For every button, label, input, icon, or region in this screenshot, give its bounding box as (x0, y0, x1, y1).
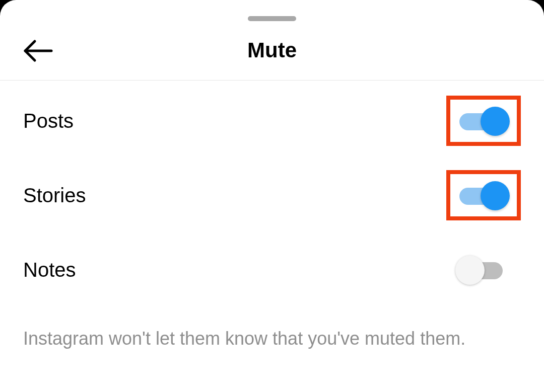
toggle-thumb (455, 256, 485, 285)
setting-row-posts: Posts (23, 84, 521, 158)
mute-sheet: Mute Posts Stories Notes (0, 0, 544, 392)
setting-label: Posts (23, 110, 74, 132)
back-button[interactable] (23, 39, 53, 64)
setting-row-notes: Notes (23, 232, 521, 307)
settings-list: Posts Stories Notes (0, 84, 544, 307)
toggle-notes[interactable] (457, 258, 506, 282)
header: Mute (0, 0, 544, 81)
setting-row-stories: Stories (23, 158, 521, 232)
arrow-left-icon (23, 39, 53, 64)
setting-label: Stories (23, 184, 86, 207)
footer-note: Instagram won't let them know that you'v… (0, 328, 544, 349)
page-title: Mute (247, 38, 297, 62)
toggle-stories[interactable] (459, 183, 508, 207)
toggle-thumb (481, 107, 510, 136)
highlight-annotation (446, 170, 521, 220)
highlight-annotation (446, 96, 521, 146)
setting-label: Notes (23, 259, 76, 281)
toggle-thumb (481, 181, 510, 210)
toggle-posts[interactable] (459, 109, 508, 133)
